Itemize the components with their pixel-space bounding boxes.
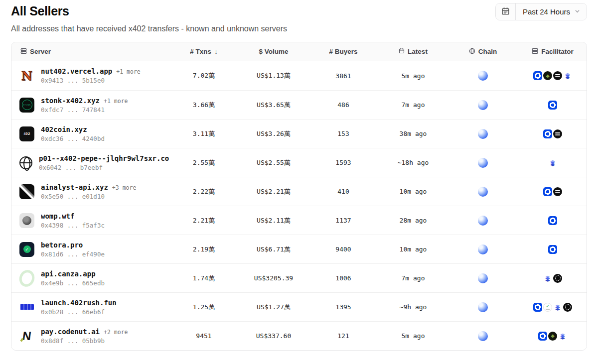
page-subtitle: All addresses that have received x402 tr… bbox=[11, 24, 587, 33]
server-address: 0x9413 ... 5b15e0 bbox=[41, 77, 141, 84]
table-row[interactable]: stonk-x402.xyz +1 more 0xfdc7 ... 747841… bbox=[11, 90, 587, 119]
table-body: nut402.vercel.app +1 more 0x9413 ... 5b1… bbox=[11, 61, 587, 350]
chain-cell bbox=[448, 129, 518, 139]
server-info: nut402.vercel.app +1 more 0x9413 ... 5b1… bbox=[41, 67, 141, 84]
server-address: 0x8d8f ... 05bb9b bbox=[41, 337, 128, 345]
server-address: 0x5e50 ... e01d10 bbox=[41, 193, 136, 200]
server-info: betora.pro 0x81d6 ... ef490e bbox=[41, 241, 105, 258]
globe-favicon bbox=[19, 156, 32, 169]
server-name[interactable]: betora.pro bbox=[41, 241, 83, 249]
table-row[interactable]: nut402.vercel.app +1 more 0x9413 ... 5b1… bbox=[11, 61, 587, 90]
chain-cell bbox=[448, 331, 518, 341]
txns-value: 9451 bbox=[169, 332, 239, 340]
txns-value: 1.74萬 bbox=[169, 274, 239, 283]
column-header-buyers[interactable]: # Buyers bbox=[308, 48, 378, 55]
server-name[interactable]: stonk-x402.xyz bbox=[41, 97, 100, 105]
latest-value: 10m ago bbox=[378, 188, 448, 195]
server-cell[interactable]: api.canza.app 0x4e9b ... 665edb bbox=[11, 270, 169, 287]
facilitator-icons bbox=[518, 332, 587, 341]
column-header-chain[interactable]: Chain bbox=[448, 48, 518, 56]
cdp-icon bbox=[533, 303, 542, 312]
table-row[interactable]: launch.402rush.fun 0x0b28 ... 66eb6f 1.2… bbox=[11, 292, 587, 321]
volume-value: US$2.21萬 bbox=[239, 187, 308, 196]
server-cell[interactable]: pay.codenut.ai +2 more 0x8d8f ... 05bb9b bbox=[11, 328, 169, 345]
server-name[interactable]: launch.402rush.fun bbox=[41, 299, 117, 307]
facilitator-icons bbox=[518, 158, 587, 167]
stonk-favicon bbox=[19, 98, 34, 113]
column-label-volume: $ Volume bbox=[259, 48, 288, 55]
server-name[interactable]: ainalyst-api.xyz bbox=[41, 183, 108, 191]
more-servers-badge: +1 more bbox=[104, 98, 128, 105]
server-name[interactable]: nut402.vercel.app bbox=[41, 67, 112, 75]
column-header-facilitator[interactable]: Facilitator bbox=[518, 48, 587, 56]
server-name[interactable]: pay.codenut.ai bbox=[41, 328, 100, 336]
column-header-txns[interactable]: # Txns ↓ bbox=[169, 48, 239, 55]
server-name[interactable]: womp.wtf bbox=[41, 212, 74, 220]
column-header-latest[interactable]: Latest bbox=[378, 48, 448, 55]
calendar-button[interactable] bbox=[496, 3, 516, 20]
table-row[interactable]: womp.wtf 0x4398 ... f5af3c 2.21萬 US$2.11… bbox=[11, 206, 587, 235]
latest-value: 5m ago bbox=[378, 332, 448, 340]
chain-sphere-icon bbox=[478, 244, 488, 254]
server-info: launch.402rush.fun 0x0b28 ... 66eb6f bbox=[41, 299, 117, 316]
volume-value: US$1.27萬 bbox=[239, 303, 308, 312]
calendar-icon bbox=[399, 48, 405, 55]
facilitator-icons bbox=[518, 101, 587, 110]
server-cell[interactable]: 402coin.xyz 0xdc36 ... 4240bd bbox=[11, 125, 169, 142]
thirdweb-icon bbox=[548, 158, 557, 167]
forest-icon bbox=[548, 332, 557, 341]
server-address: 0xdc36 ... 4240bd bbox=[41, 135, 105, 142]
calendar-icon bbox=[501, 7, 510, 17]
volume-value: US$2.11萬 bbox=[239, 216, 308, 225]
column-header-volume[interactable]: $ Volume bbox=[239, 48, 308, 55]
buyers-value: 1137 bbox=[308, 217, 378, 224]
table-row[interactable]: ainalyst-api.xyz +3 more 0x5e50 ... e01d… bbox=[11, 177, 587, 206]
chain-cell bbox=[448, 158, 518, 168]
table-row[interactable]: 402coin.xyz 0xdc36 ... 4240bd 3.11萬 US$3… bbox=[11, 119, 587, 148]
server-cell[interactable]: ainalyst-api.xyz +3 more 0x5e50 ... e01d… bbox=[11, 183, 169, 200]
verified-badge-icon bbox=[543, 303, 552, 312]
cdp-icon bbox=[548, 216, 557, 225]
server-address: 0x6042 ... b7eebf bbox=[39, 164, 169, 171]
chain-cell bbox=[448, 216, 518, 226]
server-info: p01--x402-pepe--jlqhr9wl7sxr.co 0x6042 .… bbox=[39, 154, 169, 171]
table-row[interactable]: pay.codenut.ai +2 more 0x8d8f ... 05bb9b… bbox=[11, 321, 587, 350]
server-cell[interactable]: launch.402rush.fun 0x0b28 ... 66eb6f bbox=[11, 299, 169, 316]
ainalyst-favicon bbox=[19, 184, 34, 199]
cdp-icon bbox=[533, 71, 542, 80]
table-header-row: Server # Txns ↓ $ Volume # Buyers bbox=[11, 42, 587, 61]
more-servers-badge: +2 more bbox=[104, 329, 128, 336]
chain-sphere-icon bbox=[478, 158, 488, 168]
table-row[interactable]: p01--x402-pepe--jlqhr9wl7sxr.co 0x6042 .… bbox=[11, 148, 587, 177]
server-name[interactable]: 402coin.xyz bbox=[41, 125, 87, 133]
time-range-select[interactable]: Past 24 Hours bbox=[516, 3, 587, 20]
volume-value: US$3205.39 bbox=[239, 274, 308, 282]
codenut-favicon bbox=[19, 329, 34, 344]
volume-value: US$6.71萬 bbox=[239, 245, 308, 254]
buyers-value: 1006 bbox=[308, 274, 378, 282]
forest-icon bbox=[543, 71, 552, 80]
latest-value: 5m ago bbox=[378, 72, 448, 80]
globe-icon bbox=[469, 48, 475, 56]
chain-sphere-icon bbox=[478, 331, 488, 341]
sort-descending-icon: ↓ bbox=[214, 48, 218, 55]
server-address: 0x4398 ... f5af3c bbox=[41, 222, 105, 229]
cdp-icon bbox=[548, 101, 557, 110]
server-cell[interactable]: p01--x402-pepe--jlqhr9wl7sxr.co 0x6042 .… bbox=[11, 154, 169, 171]
server-info: ainalyst-api.xyz +3 more 0x5e50 ... e01d… bbox=[41, 183, 136, 200]
txns-value: 3.66萬 bbox=[169, 101, 239, 110]
server-cell[interactable]: nut402.vercel.app +1 more 0x9413 ... 5b1… bbox=[11, 67, 169, 84]
server-cell[interactable]: stonk-x402.xyz +1 more 0xfdc7 ... 747841 bbox=[11, 97, 169, 114]
table-row[interactable]: api.canza.app 0x4e9b ... 665edb 1.74萬 US… bbox=[11, 263, 587, 292]
server-name[interactable]: api.canza.app bbox=[41, 270, 96, 278]
more-servers-badge: +1 more bbox=[116, 68, 140, 75]
wordmark-icon bbox=[553, 129, 562, 138]
table-row[interactable]: betora.pro 0x81d6 ... ef490e 2.19萬 US$6.… bbox=[11, 235, 587, 263]
server-info: womp.wtf 0x4398 ... f5af3c bbox=[41, 212, 105, 229]
server-cell[interactable]: womp.wtf 0x4398 ... f5af3c bbox=[11, 212, 169, 229]
txns-value: 2.55萬 bbox=[169, 158, 239, 167]
server-cell[interactable]: betora.pro 0x81d6 ... ef490e bbox=[11, 241, 169, 258]
column-header-server[interactable]: Server bbox=[11, 48, 169, 56]
column-label-facilitator: Facilitator bbox=[541, 48, 574, 55]
server-name[interactable]: p01--x402-pepe--jlqhr9wl7sxr.co bbox=[39, 154, 169, 162]
